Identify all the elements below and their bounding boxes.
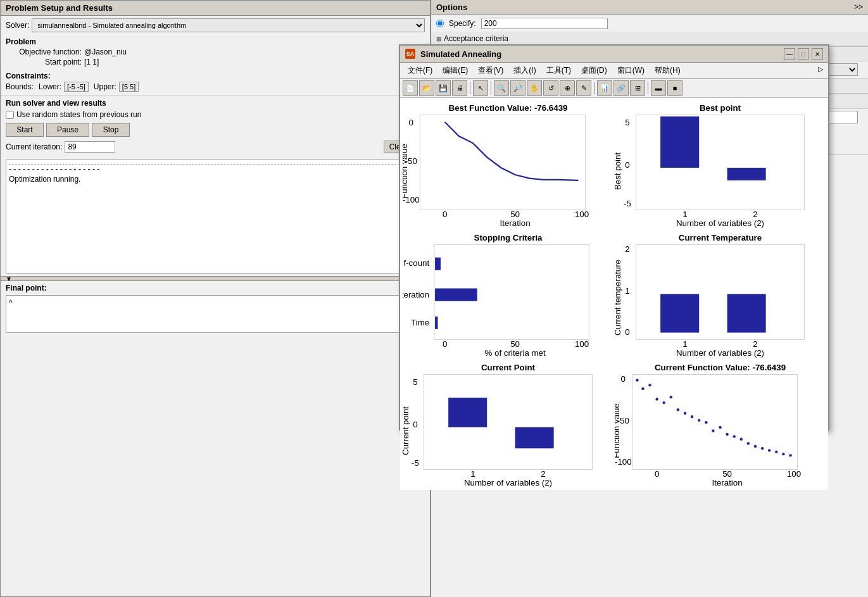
maximize-button[interactable]: □ (798, 48, 809, 60)
svg-point-86 (782, 453, 784, 455)
toolbar-arrow[interactable]: ↖ (473, 80, 488, 96)
current-point-chart: Current Point 5 0 -5 1 2 Number of varia… (403, 360, 613, 488)
stop-button[interactable]: Stop (92, 123, 130, 137)
svg-rect-64 (632, 374, 798, 469)
toolbar-sep1 (470, 82, 470, 94)
svg-text:Stopping Criteria: Stopping Criteria (474, 233, 543, 242)
objective-label: Objective function: (6, 47, 82, 56)
final-content: ^ (6, 295, 425, 333)
upper-value: [5 5] (119, 82, 139, 92)
lower-part: Lower: [-5 -5] (39, 82, 89, 92)
menu-window[interactable]: 窗口(W) (612, 64, 650, 77)
start-label: Start point: (6, 58, 82, 66)
svg-text:-100: -100 (615, 456, 632, 466)
expand-button[interactable]: >> (854, 3, 863, 12)
run-buttons: Start Pause Stop (6, 123, 425, 137)
svg-point-78 (726, 432, 728, 435)
close-button[interactable]: ✕ (812, 48, 823, 60)
toolbar-rect[interactable]: ▬ (651, 80, 666, 96)
menu-view[interactable]: 查看(V) (473, 64, 508, 77)
toolbar-zoom-out[interactable]: 🔎 (510, 80, 525, 96)
start-value: [1 1] (84, 58, 99, 66)
toolbar-open[interactable]: 📂 (419, 80, 434, 96)
svg-text:0: 0 (625, 327, 629, 337)
svg-text:50: 50 (510, 339, 520, 348)
svg-rect-32 (435, 317, 437, 329)
options-title: Options (436, 3, 467, 12)
toolbar-print[interactable]: 🖨 (452, 80, 467, 96)
toolbar-square[interactable]: ■ (667, 80, 682, 96)
svg-text:Iteration: Iteration (712, 478, 743, 487)
svg-text:0: 0 (409, 118, 413, 127)
svg-point-74 (698, 418, 700, 421)
specify-input[interactable] (481, 18, 608, 29)
svg-point-68 (655, 398, 658, 400)
toolbar-zoom-in[interactable]: 🔍 (494, 80, 509, 96)
toolbar-save[interactable]: 💾 (436, 80, 451, 96)
svg-text:0: 0 (655, 468, 659, 478)
toolbar-data-cursor[interactable]: ⊕ (560, 80, 575, 96)
svg-text:Iteration: Iteration (500, 218, 531, 228)
svg-text:5: 5 (625, 118, 629, 127)
svg-text:Current Temperature: Current Temperature (679, 233, 762, 242)
svg-rect-9 (420, 115, 586, 210)
menu-edit[interactable]: 编辑(E) (437, 64, 473, 77)
svg-rect-20 (727, 168, 766, 180)
solver-select[interactable]: simulannealbnd - Simulated annealing alg… (32, 18, 425, 32)
minimize-button[interactable]: — (784, 48, 795, 60)
svg-point-81 (747, 442, 750, 444)
svg-text:50: 50 (722, 468, 732, 478)
resize-handle[interactable]: ▼ (1, 276, 430, 281)
panel-title: Problem Setup and Results (1, 1, 430, 16)
svg-point-72 (684, 412, 686, 414)
menu-insert[interactable]: 插入(I) (508, 64, 541, 77)
svg-text:f-count: f-count (403, 258, 429, 268)
svg-rect-54 (515, 427, 554, 448)
pause-button[interactable]: Pause (46, 123, 89, 137)
best-point-chart: Best point 5 0 -5 1 2 Number of variable… (615, 100, 826, 229)
upper-part: Upper: [5 5] (94, 82, 139, 92)
sa-window: SA Simulated Annealing — □ ✕ 文件(F) 编辑(E)… (399, 44, 829, 430)
menu-tools[interactable]: 工具(T) (541, 64, 576, 77)
output-area: - - - - - - - - - - - - - - - - - - - - … (6, 160, 425, 273)
svg-rect-43 (727, 294, 766, 332)
menu-file[interactable]: 文件(F) (403, 64, 437, 77)
plus-icon: ⊞ (436, 35, 441, 42)
random-states-checkbox[interactable] (6, 111, 14, 119)
lower-value: [-5 -5] (64, 82, 89, 92)
menu-desktop[interactable]: 桌面(D) (576, 64, 612, 77)
bounds-label: Bounds: (6, 82, 34, 91)
start-row: Start point: [1 1] (6, 58, 425, 66)
toolbar-pan[interactable]: ✋ (527, 80, 542, 96)
svg-point-84 (768, 449, 771, 451)
start-button[interactable]: Start (6, 123, 44, 137)
svg-point-70 (670, 396, 672, 398)
menu-expand[interactable]: ▷ (815, 64, 826, 77)
current-temperature-chart: Current Temperature 2 1 0 1 2 Number of … (615, 230, 826, 358)
toolbar-link[interactable]: 🔗 (613, 80, 629, 96)
svg-text:2: 2 (753, 210, 757, 219)
svg-text:0: 0 (443, 210, 447, 219)
specify-label: Specify: (449, 19, 476, 28)
svg-text:2: 2 (625, 244, 629, 254)
final-value: ^ (9, 298, 13, 307)
toolbar-rotate[interactable]: ↺ (543, 80, 558, 96)
toolbar-brush[interactable]: ✎ (576, 80, 591, 96)
svg-text:2: 2 (541, 468, 545, 478)
svg-point-69 (662, 401, 665, 403)
svg-point-73 (691, 415, 693, 418)
toolbar-export[interactable]: 📊 (597, 80, 612, 96)
svg-text:5: 5 (413, 377, 417, 387)
stopping-criteria-chart: Stopping Criteria f-count Iteration Time… (403, 230, 613, 358)
specify-radio[interactable] (436, 20, 444, 27)
left-panel: Problem Setup and Results Solver: simula… (0, 0, 431, 597)
svg-text:Function value: Function value (615, 403, 621, 458)
svg-text:0: 0 (413, 420, 417, 429)
random-states-row: Use random states from previous run (6, 110, 425, 119)
toolbar-grid2[interactable]: ⊞ (630, 80, 645, 96)
menu-help[interactable]: 帮助(H) (650, 64, 686, 77)
svg-text:Number of variables (2): Number of variables (2) (464, 478, 552, 487)
svg-text:0: 0 (625, 160, 629, 170)
acceptance-criteria-label: Acceptance criteria (444, 34, 508, 43)
toolbar-new[interactable]: 📄 (403, 80, 418, 96)
